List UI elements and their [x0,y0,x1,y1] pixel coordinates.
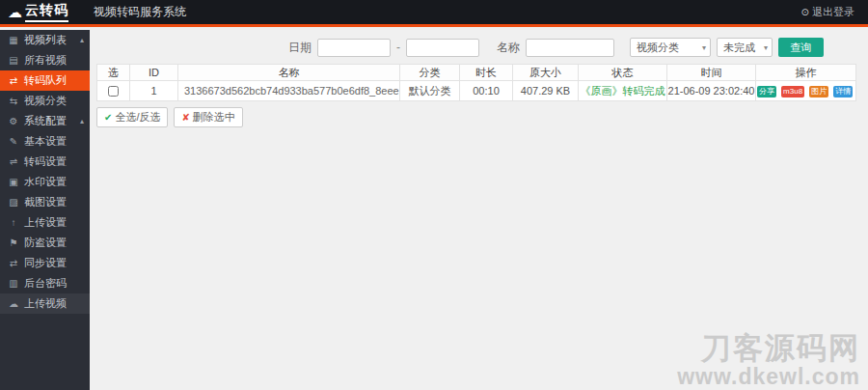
status-select-value: 未完成 [723,41,755,55]
cloud-upload-icon: ☁ [8,298,19,309]
sidebar-item-watermark-settings[interactable]: ▣ 水印设置 [0,172,90,192]
sidebar-item-basic-settings[interactable]: ✎ 基本设置 [0,131,90,152]
sidebar-item-transcode-settings[interactable]: ⇌ 转码设置 [0,152,90,172]
sidebar-item-label: 水印设置 [24,175,67,189]
sidebar-item-label: 上传视频 [24,296,67,311]
sidebar-item-label: 转码设置 [24,154,67,169]
col-select: 选 [97,65,130,81]
sidebar-item-label: 视频列表 [24,33,67,47]
col-name: 名称 [178,65,400,81]
app-logo: ☁ 云转码 [0,2,90,22]
sidebar-item-video-list[interactable]: ▦ 视频列表 ▴ [0,30,90,50]
flag-icon: ⚑ [8,237,19,248]
sidebar-item-video-category[interactable]: ⇆ 视频分类 [0,91,90,111]
password-card-icon: ▥ [8,278,19,289]
sidebar-item-label: 视频分类 [24,94,67,108]
chevron-up-icon: ▴ [80,36,84,44]
sidebar-item-system-config[interactable]: ⚙ 系统配置 ▴ [0,111,90,131]
sidebar-item-snapshot-settings[interactable]: ▨ 截图设置 [0,192,90,212]
row-duration: 00:10 [460,81,513,101]
top-header-bar: ☁ 云转码 视频转码服务系统 ⊙ 退出登录 [0,0,868,27]
upload-icon: ↑ [8,217,19,228]
sidebar-item-label: 后台密码 [24,276,67,291]
row-time: 21-06-09 23:02:40 [667,81,756,101]
power-icon: ⊙ [801,7,809,17]
page-title: 视频转码服务系统 [94,4,186,20]
watermark-settings-icon: ▣ [8,177,19,187]
sidebar-item-all-videos[interactable]: ▤ 所有视频 [0,50,90,70]
name-label: 名称 [497,40,520,56]
m3u8-button[interactable]: m3u8 [781,86,804,98]
sidebar-item-admin-password[interactable]: ▥ 后台密码 [0,273,90,293]
col-size: 原大小 [513,65,579,81]
sidebar-item-upload-settings[interactable]: ↑ 上传设置 [0,212,90,233]
gear-icon: ⚙ [8,116,19,126]
sync-icon: ⇄ [8,258,19,268]
sidebar-item-sync-settings[interactable]: ⇄ 同步设置 [0,253,90,273]
pencil-icon: ✎ [8,136,19,147]
row-checkbox[interactable] [108,86,119,97]
cloud-logo-icon: ☁ [8,5,22,19]
logout-label: 退出登录 [812,5,854,19]
status-select[interactable]: 未完成 ▾ [717,38,773,57]
sidebar-item-label: 截图设置 [24,195,67,209]
all-videos-icon: ▤ [8,55,19,66]
chevron-down-icon: ▾ [702,43,706,52]
chevron-up-icon: ▴ [80,117,84,125]
logout-button[interactable]: ⊙ 退出登录 [801,5,854,19]
name-search-input[interactable] [526,39,614,57]
sidebar-item-label: 转码队列 [24,73,67,88]
sidebar: ▦ 视频列表 ▴ ▤ 所有视频 ⇄ 转码队列 ⇆ 视频分类 ⚙ 系统配置 ▴ ✎… [0,30,90,390]
logo-text: 云转码 [25,2,68,22]
delete-selected-label: 删除选中 [193,110,235,125]
filter-bar: 日期 - 名称 视频分类 ▾ 未完成 ▾ 查询 [90,30,868,64]
video-list-icon: ▦ [8,35,19,45]
sidebar-item-label: 防盗设置 [24,236,67,250]
image-icon: ▨ [8,197,19,208]
image-button[interactable]: 图片 [809,86,828,98]
row-id: 1 [130,81,178,101]
sidebar-item-label: 基本设置 [24,134,67,149]
search-button[interactable]: 查询 [778,38,824,57]
select-all-label: 全选/反选 [115,110,160,125]
row-name: 3136673d562bcb74d933ba577b0e6df8_8eee1ad… [178,81,400,101]
col-duration: 时长 [460,65,513,81]
table-row: 1 3136673d562bcb74d933ba577b0e6df8_8eee1… [97,81,856,101]
video-category-icon: ⇆ [8,96,19,106]
sidebar-item-antileech-settings[interactable]: ⚑ 防盗设置 [0,233,90,253]
row-size: 407.29 KB [513,81,579,101]
results-table-wrap: 选 ID 名称 分类 时长 原大小 状态 时间 操作 1 3136673d562… [96,64,856,101]
share-button[interactable]: 分享 [757,86,776,98]
col-time: 时间 [667,65,756,81]
date-label: 日期 [288,40,312,56]
col-status: 状态 [579,65,667,81]
chevron-down-icon: ▾ [764,43,768,52]
row-actions: 分享 m3u8 图片 详情 删除 [756,81,856,101]
sidebar-item-label: 系统配置 [24,114,67,128]
category-select[interactable]: 视频分类 ▾ [630,38,711,57]
sidebar-item-label: 所有视频 [24,53,67,68]
x-icon: ✘ [181,112,189,123]
table-header-row: 选 ID 名称 分类 时长 原大小 状态 时间 操作 [97,65,856,81]
date-from-input[interactable] [317,39,391,57]
check-icon: ✔ [104,112,112,123]
details-button[interactable]: 详情 [833,86,853,98]
sidebar-item-label: 上传设置 [24,215,67,230]
sidebar-item-transcode-queue[interactable]: ⇄ 转码队列 [0,70,90,91]
col-id: ID [130,65,178,81]
delete-selected-button[interactable]: ✘ 删除选中 [174,107,242,127]
row-status: 《原画》转码完成 [579,81,667,101]
select-all-button[interactable]: ✔ 全选/反选 [96,107,168,127]
col-category: 分类 [400,65,460,81]
date-to-input[interactable] [406,39,479,57]
category-select-value: 视频分类 [637,41,679,55]
transcode-queue-icon: ⇄ [8,75,19,86]
col-actions: 操作 [756,65,856,81]
sidebar-item-upload-video[interactable]: ☁ 上传视频 [0,293,90,314]
row-category: 默认分类 [400,81,460,101]
date-range-separator: - [396,41,400,54]
results-table: 选 ID 名称 分类 时长 原大小 状态 时间 操作 1 3136673d562… [96,64,856,101]
bulk-action-bar: ✔ 全选/反选 ✘ 删除选中 [96,107,868,127]
sidebar-item-label: 同步设置 [24,256,67,270]
transcode-settings-icon: ⇌ [8,156,19,167]
